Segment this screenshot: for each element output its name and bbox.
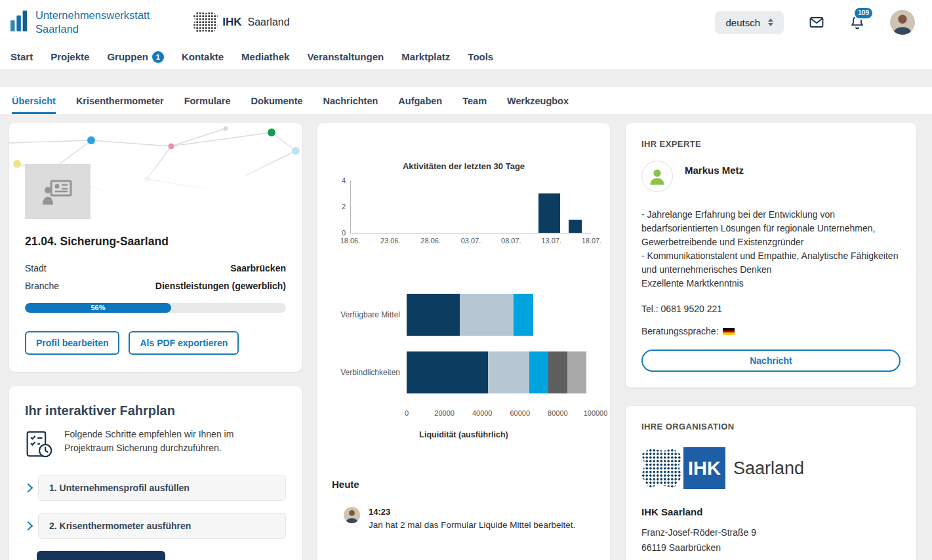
activity-bar	[538, 193, 560, 233]
field-label: Stadt	[25, 263, 47, 273]
chevron-right-icon	[24, 483, 33, 492]
chevron-right-icon	[24, 521, 33, 530]
expert-card: IHR EXPERTE Markus Metz - Jahrelange Erf…	[626, 123, 916, 388]
tab-nachrichten[interactable]: Nachrichten	[323, 87, 378, 114]
nav-item-mediathek[interactable]: Mediathek	[241, 51, 289, 62]
language-label: Beratungssprache:	[641, 326, 719, 336]
field-row-branche: Branche Dienstleistungen (gewerblich)	[25, 281, 286, 291]
axis-tick-label: 23.06.	[380, 237, 401, 245]
ihk-logo-region: Saarland	[248, 16, 290, 28]
notifications-bell-icon[interactable]: 109	[849, 14, 865, 30]
language-selector[interactable]: deutsch	[715, 11, 784, 34]
field-value: Dienstleistungen (gewerblich)	[155, 281, 286, 291]
activity-plot	[350, 180, 592, 233]
liquidity-stacked-bar	[407, 294, 596, 336]
axis-tick-label: 4	[342, 176, 346, 184]
roadmap-card: Ihr interaktiver Fahrplan Folgende Schri…	[9, 386, 302, 560]
export-pdf-button[interactable]: Als PDF exportieren	[129, 331, 239, 355]
tab-uebersicht[interactable]: Übersicht	[12, 87, 56, 114]
saarland-map-icon	[641, 449, 682, 488]
activity-chart-title: Aktivitäten der letzten 30 Tage	[332, 161, 596, 171]
nav-item-start[interactable]: Start	[10, 51, 33, 62]
bar-segment	[529, 351, 548, 393]
axis-tick-label: 0	[405, 409, 409, 417]
brand-bars-icon	[10, 10, 29, 35]
bar-segment	[567, 351, 586, 393]
header-left: Unternehmenswerkstatt Saarland IHK Saarl…	[10, 9, 290, 35]
tab-aufgaben[interactable]: Aufgaben	[398, 87, 442, 114]
field-label: Branche	[25, 281, 59, 291]
roadmap-step-2[interactable]: 2. Krisenthermometer ausführen	[25, 513, 286, 539]
roadmap-step-1[interactable]: 1. Unternehmensprofil ausfüllen	[25, 475, 286, 501]
tab-formulare[interactable]: Formulare	[184, 87, 231, 114]
axis-tick-label: 03.07.	[461, 237, 481, 245]
feed-day-heading: Heute	[332, 479, 596, 490]
expert-phone: Tel.: 0681 9520 221	[641, 304, 901, 314]
roadmap-intro: Folgende Schritte empfehlen wir Ihnen im…	[25, 428, 286, 463]
expert-profile: Markus Metz	[641, 161, 901, 192]
axis-tick-label: 40000	[472, 409, 493, 417]
gruppen-count-badge: 1	[152, 51, 164, 63]
organisation-heading: IHRE ORGANISATION	[641, 422, 901, 431]
expert-bio: - Jahrelange Erfahrung bei der Entwicklu…	[641, 208, 901, 290]
ihk-organisation-logo: IHK Saarland	[641, 447, 901, 489]
saarland-map-icon	[193, 12, 218, 33]
liquidity-category-label: Verbindlichkeiten	[332, 368, 407, 377]
organisation-card: IHRE ORGANISATION IHK Saarland IHK Saarl…	[626, 406, 916, 560]
activity-card: Aktivitäten der letzten 30 Tage 420 18.0…	[317, 123, 610, 560]
message-button[interactable]: Nachricht	[641, 350, 901, 372]
activity-x-axis: 18.06.23.06.28.06.03.07.08.07.13.07.18.0…	[350, 233, 592, 247]
ihk-logo-region: Saarland	[733, 458, 804, 479]
expert-avatar-icon	[641, 161, 673, 192]
nav-item-tools[interactable]: Tools	[468, 51, 493, 62]
liquidity-rows: Verfügbare MittelVerbindlichkeiten	[332, 294, 596, 393]
address-line: 66119 Saarbrücken	[641, 540, 901, 555]
user-avatar[interactable]	[890, 10, 915, 35]
notification-count-badge: 109	[853, 7, 874, 20]
mail-icon[interactable]	[809, 14, 824, 30]
bar-segment	[548, 351, 567, 393]
axis-tick-label: 0	[342, 229, 346, 237]
edit-profile-button[interactable]: Profil bearbeiten	[25, 331, 119, 355]
expert-bio-line: Exzellente Marktkenntnis	[641, 277, 901, 290]
ihk-logo-text: IHK	[222, 16, 241, 29]
project-card-body: 21.04. Sicherung-Saarland Stadt Saarbrüc…	[9, 195, 302, 372]
project-card: 21.04. Sicherung-Saarland Stadt Saarbrüc…	[9, 123, 302, 372]
nav-item-projekte[interactable]: Projekte	[51, 51, 89, 62]
activity-chart: 420	[332, 180, 596, 233]
project-fields: Stadt Saarbrücken Branche Dienstleistung…	[25, 263, 286, 291]
checklist-clock-icon	[25, 428, 54, 463]
tab-werkzeugbox[interactable]: Werkzeugbox	[507, 87, 569, 114]
bar-segment	[514, 294, 533, 336]
project-buttons: Profil bearbeiten Als PDF exportieren	[25, 331, 286, 355]
ihk-header-logo: IHK Saarland	[193, 12, 289, 33]
nav-item-marktplatz[interactable]: Marktplatz	[401, 51, 450, 62]
activity-bar	[569, 220, 582, 233]
axis-tick-label: 20000	[434, 409, 455, 417]
nav-item-gruppen[interactable]: Gruppen 1	[107, 51, 164, 63]
nav-item-veranstaltungen[interactable]: Veranstaltungen	[307, 51, 384, 62]
brand-logo[interactable]: Unternehmenswerkstatt Saarland	[10, 9, 150, 35]
axis-tick-label: 18.06.	[340, 237, 361, 245]
profile-progress-bar: 56%	[25, 303, 286, 313]
axis-tick-label: 60000	[510, 409, 531, 417]
tab-krisenthermometer[interactable]: Krisenthermometer	[76, 87, 164, 114]
organisation-address: Franz-Josef-Röder-Straße 9 66119 Saarbrü…	[641, 525, 901, 555]
axis-tick-label: 08.07.	[501, 237, 521, 245]
liquidity-row: Verfügbare Mittel	[332, 294, 596, 336]
tab-team[interactable]: Team	[462, 87, 487, 114]
content-area: 21.04. Sicherung-Saarland Stadt Saarbrüc…	[0, 114, 932, 560]
roadmap-description: Folgende Schritte empfehlen wir Ihnen im…	[64, 428, 274, 455]
organisation-name: IHK Saarland	[641, 506, 901, 517]
language-label: deutsch	[725, 17, 760, 28]
page: Unternehmenswerkstatt Saarland IHK Saarl…	[0, 0, 932, 560]
tab-dokumente[interactable]: Dokumente	[251, 87, 303, 114]
roadmap-title: Ihr interaktiver Fahrplan	[25, 403, 286, 418]
ihk-logo-box: IHK	[683, 447, 725, 489]
step-label: 2. Krisenthermometer ausführen	[38, 513, 286, 539]
roadmap-step-partial[interactable]	[37, 551, 165, 560]
bar-segment	[407, 351, 488, 393]
activity-y-axis: 420	[336, 180, 350, 233]
nav-item-kontakte[interactable]: Kontakte	[182, 51, 224, 62]
top-header: Unternehmenswerkstatt Saarland IHK Saarl…	[0, 0, 932, 45]
